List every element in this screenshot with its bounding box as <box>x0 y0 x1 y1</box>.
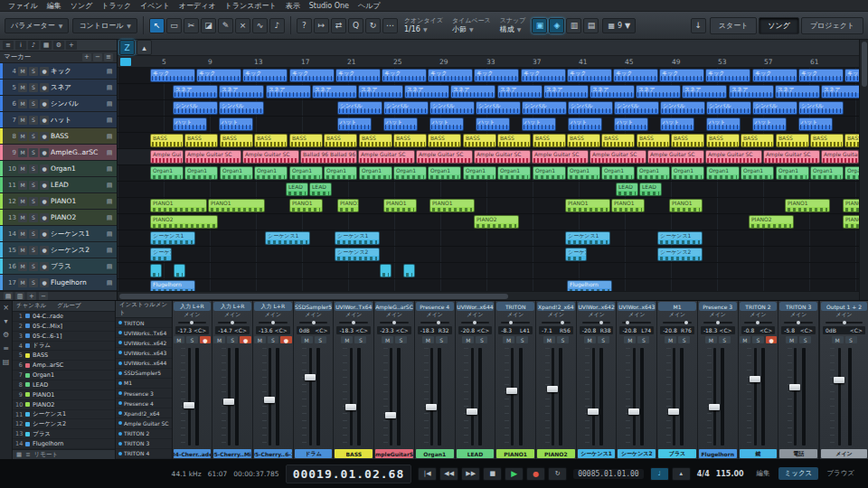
solo-button[interactable]: S <box>598 336 609 343</box>
clip[interactable]: キック <box>567 69 612 82</box>
play-button[interactable]: ▶ <box>505 467 524 481</box>
strip-output-label[interactable]: メイン <box>618 311 656 319</box>
clip[interactable]: シーケンス1 <box>335 231 380 245</box>
strip-instrument-label[interactable]: UVIWor..x642 <box>578 302 616 311</box>
output-label[interactable]: Output 1 + 2 <box>821 302 867 311</box>
clip[interactable] <box>380 264 392 277</box>
clip[interactable]: スネア <box>636 85 681 99</box>
clip[interactable]: LEAD <box>639 183 662 196</box>
mute-button[interactable]: M <box>786 336 797 343</box>
clip[interactable]: PIANO1 <box>843 199 859 212</box>
clip[interactable]: シンバル <box>706 101 751 115</box>
clip[interactable]: Organ1 <box>393 166 427 180</box>
clip[interactable]: ハット <box>173 117 207 131</box>
fader[interactable] <box>621 346 652 447</box>
clip[interactable]: PIANO1 <box>565 199 610 212</box>
channel-name-label[interactable]: Flugelhorn <box>699 449 737 458</box>
clip[interactable]: シーケンス1 <box>150 231 195 245</box>
clip[interactable]: ハット <box>568 117 602 131</box>
strip-output-label[interactable]: メイン <box>740 311 778 319</box>
clip[interactable]: シンバル <box>614 101 659 115</box>
fader-cap[interactable] <box>547 386 558 392</box>
fader-cap[interactable] <box>345 404 356 410</box>
fader-cap[interactable] <box>305 374 316 380</box>
strip-output-label[interactable]: メイン <box>375 311 413 319</box>
timebase-setting[interactable]: タイムベース 小節▼ <box>452 17 491 33</box>
pointer-tool[interactable]: ↖ <box>149 18 165 33</box>
settings-icon[interactable]: ⚙ <box>53 41 64 50</box>
page-tab[interactable]: プロジェクト <box>801 17 863 34</box>
clip[interactable]: スネア <box>821 85 859 99</box>
mute-button[interactable]: M <box>18 230 27 239</box>
channel-name-label[interactable]: 04-Cherr..ade <box>174 449 212 458</box>
clip[interactable]: BASS <box>671 134 704 147</box>
clip[interactable]: BASS <box>184 134 218 147</box>
mute-button[interactable]: M <box>624 336 636 343</box>
mute-button[interactable]: M <box>18 99 27 108</box>
clip[interactable]: Organ1 <box>601 166 635 180</box>
layout-icon[interactable]: ▦ <box>41 41 52 50</box>
pan-slider[interactable] <box>578 319 616 325</box>
fader[interactable] <box>581 346 612 447</box>
strip-instrument-label[interactable]: UVIWor..x643 <box>618 302 656 311</box>
pan-slider[interactable] <box>174 319 212 325</box>
record-arm-button[interactable]: ● <box>40 164 49 174</box>
clip[interactable]: LEAD <box>616 183 638 196</box>
strip-volume-readout[interactable]: -5.8<C> <box>781 326 816 334</box>
strip-output-label[interactable]: メイン <box>779 311 817 319</box>
instrument-icon[interactable]: ▤ <box>104 100 115 108</box>
strip-output-label[interactable]: メイン <box>213 311 251 319</box>
quantize-setting[interactable]: クオンタイズ 1/16▼ <box>404 17 443 33</box>
parameter-dropdown[interactable]: パラメーター▼ <box>5 18 69 33</box>
track-row[interactable]: 11MS●LEAD▤ <box>0 177 117 193</box>
track-row[interactable]: 5MS●スネア▤ <box>0 80 117 96</box>
clip[interactable]: キック <box>150 69 195 82</box>
tempo-display[interactable]: 115.00 <box>716 470 744 478</box>
channel-name-label[interactable]: シーケンス1 <box>578 449 616 458</box>
clip[interactable]: Organ1 <box>844 166 859 180</box>
clip[interactable]: PIANO1 <box>337 199 359 212</box>
page-tab[interactable]: スタート <box>710 17 758 34</box>
clip[interactable]: Flugelhorn <box>150 280 195 291</box>
channel-name-label[interactable]: LEAD <box>457 449 495 458</box>
clip[interactable]: PIANO2 <box>843 215 859 229</box>
mute-button[interactable]: M <box>18 262 27 271</box>
autoscroll-toggle[interactable]: ◈ <box>549 18 564 33</box>
clip[interactable]: Ample Guitar SC <box>705 150 762 164</box>
channel-list-item[interactable]: 14Flugelhorn <box>13 439 115 449</box>
solo-button[interactable]: S <box>557 336 569 343</box>
fader[interactable] <box>500 346 531 447</box>
instrument-icon[interactable]: ▤ <box>104 84 115 91</box>
clip[interactable]: スネア <box>497 85 542 99</box>
clip[interactable]: スネア <box>219 85 264 99</box>
mute-button[interactable]: M <box>584 336 596 343</box>
solo-button[interactable]: S <box>799 336 811 343</box>
channel-name-label[interactable]: BASS <box>335 449 373 458</box>
menu-item[interactable]: ソング <box>66 1 98 11</box>
strip-output-label[interactable]: メイン <box>457 311 495 319</box>
clip[interactable]: Organ1 <box>289 166 323 180</box>
clip[interactable] <box>174 264 185 277</box>
pan-slider[interactable] <box>821 319 867 325</box>
clip[interactable]: Organ1 <box>776 166 809 180</box>
strip-instrument-label[interactable]: TRITON <box>496 302 534 311</box>
solo-button[interactable]: S <box>29 181 38 190</box>
inspector-icon[interactable]: i <box>15 41 26 50</box>
pan-slider[interactable] <box>658 319 696 325</box>
menu-item[interactable]: Studio One <box>305 2 354 10</box>
fader[interactable] <box>298 346 329 447</box>
paint-tool[interactable]: ✎ <box>218 18 233 33</box>
marker-button[interactable]: + <box>82 53 91 61</box>
record-arm-button[interactable]: ● <box>40 148 49 157</box>
strip-volume-readout[interactable]: -20.8L74 <box>619 326 654 334</box>
note-icon[interactable]: ♪ <box>28 41 39 50</box>
layers-toggle[interactable]: ▤ <box>583 18 599 33</box>
clip[interactable]: BASS <box>706 134 740 147</box>
pan-slider[interactable] <box>213 319 251 325</box>
clip[interactable]: Ample Guitar SC <box>763 150 820 164</box>
menu-item[interactable]: オーディオ <box>175 1 221 11</box>
menu-item[interactable]: イベント <box>136 1 175 11</box>
track-row[interactable]: 10MS●Organ1▤ <box>0 161 117 177</box>
strip-output-label[interactable]: メイン <box>658 311 696 319</box>
strip-volume-readout[interactable]: -7.1R56 <box>539 326 573 334</box>
